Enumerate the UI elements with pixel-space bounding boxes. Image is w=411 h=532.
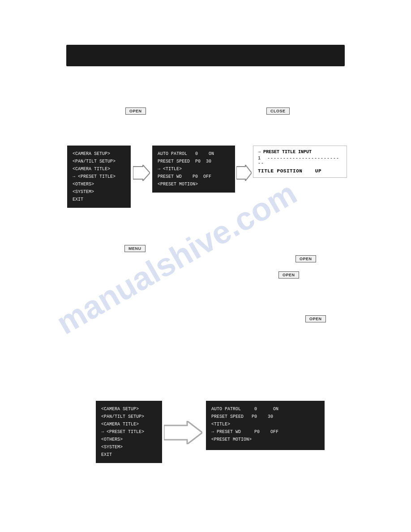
menu-item: <CAMERA TITLE> [101,420,157,428]
menu-button[interactable]: MENU [124,245,146,252]
preset-title-position: TITLE POSITION UP [258,168,342,174]
submenu-item: AUTO PATROL 0 ON [158,150,230,158]
watermark: manualshive.com [0,0,411,532]
svg-marker-2 [164,421,202,444]
open-button-2[interactable]: OPEN [295,255,316,262]
main-menu-panel-1: <CAMERA SETUP> <PAN/TILT SETUP> <CAMERA … [67,146,131,208]
menu-item: <OTHERS> [73,180,125,188]
menu-item: <OTHERS> [101,436,157,443]
menu-item: <PAN/TILT SETUP> [101,413,157,420]
submenu-panel-2: AUTO PATROL 0 ON PRESET SPEED P0 30 <TIT… [206,401,325,450]
svg-marker-0 [133,165,150,181]
menu-item: EXIT [101,451,157,459]
submenu-item: PRESET SPEED P0 30 [158,158,230,165]
menu-item-selected: → <PRESET TITLE> [73,173,125,180]
menu-item: <SYSTEM> [101,443,157,451]
preset-title-input-line: 1 ------------------------- [258,156,342,166]
arrow-2 [236,165,252,181]
submenu-item: PRESET WD P0 OFF [158,173,230,180]
preset-title-panel: → PRESET TITLE INPUT 1 -----------------… [253,146,347,178]
menu-item: <CAMERA SETUP> [73,150,125,158]
menu-item: <CAMERA SETUP> [101,405,157,413]
svg-marker-1 [236,165,252,181]
menu-item: <SYSTEM> [73,188,125,196]
submenu-item-selected: → <TITLE> [158,165,230,173]
menu-item: <CAMERA TITLE> [73,165,125,173]
open-button-1[interactable]: OPEN [125,107,146,115]
submenu-item: <TITLE> [211,420,319,428]
main-menu-panel-2: <CAMERA SETUP> <PAN/TILT SETUP> <CAMERA … [96,401,162,463]
submenu-item: <PRESET MOTION> [158,180,230,188]
menu-item: EXIT [73,196,125,203]
arrow-1 [133,165,150,181]
preset-title-header: → PRESET TITLE INPUT [258,150,342,154]
open-button-3[interactable]: OPEN [278,271,299,279]
close-button-1[interactable]: CLOSE [266,107,290,115]
submenu-item: <PRESET MOTION> [211,436,319,443]
submenu-panel-1: AUTO PATROL 0 ON PRESET SPEED P0 30 → <T… [152,146,235,193]
submenu-item-selected: → PRESET WD P0 OFF [211,428,319,436]
top-bar [66,45,345,66]
submenu-item: AUTO PATROL 0 ON [211,405,319,413]
menu-item: <PAN/TILT SETUP> [73,158,125,165]
submenu-item: PRESET SPEED P0 30 [211,413,319,420]
arrow-3 [164,421,202,444]
open-button-4[interactable]: OPEN [305,315,326,322]
menu-item-selected: → <PRESET TITLE> [101,428,157,436]
